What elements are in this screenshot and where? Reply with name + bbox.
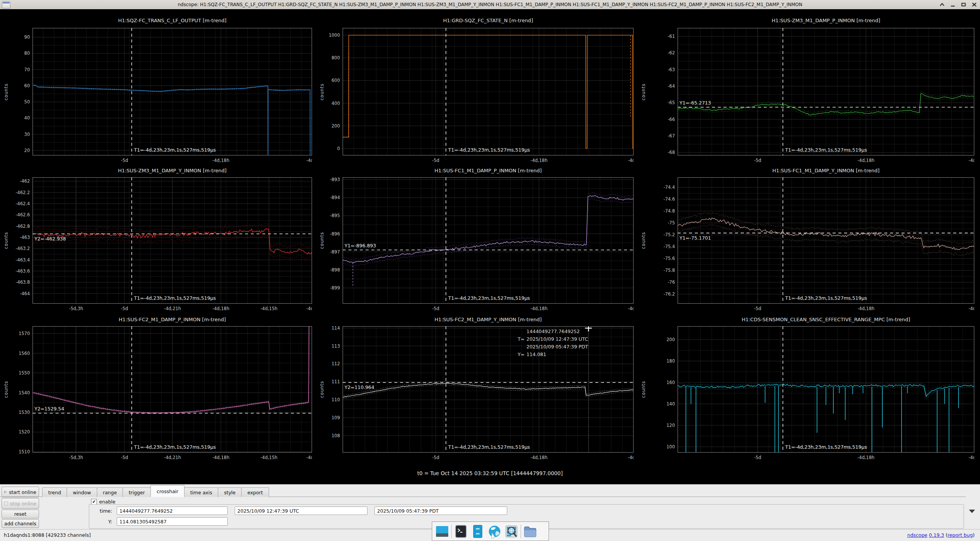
ndscope-window: ndscope: H1:SQZ-FC_TRANS_C_LF_OUTPUT H1:… [0,0,980,541]
svg-text:-5d: -5d [121,158,128,163]
svg-text:-4d,18h: -4d,18h [858,158,874,163]
plot-title-7: H1:SUS-FC2_M1_DAMP_Y_INMON [m-trend] [343,317,634,322]
time-pdt-field[interactable] [374,507,507,515]
svg-text:T1=-4d,23h,23m,1s,527ms,519µs: T1=-4d,23h,23m,1s,527ms,519µs [448,295,530,301]
svg-text:-4d,18h: -4d,18h [531,455,547,460]
svg-text:30: 30 [24,132,30,137]
svg-text:Y1=-75.1701: Y1=-75.1701 [679,235,711,241]
svg-text:1530: 1530 [19,410,30,415]
tab-trend[interactable]: trend [42,487,67,497]
svg-text:-75: -75 [668,220,675,226]
plot-canvas-0[interactable]: 9080706050403020-5d-4d,18h-4d,1T1=-4d,23… [0,28,312,165]
ndscope-link[interactable]: ndscope [907,532,928,538]
minimize-icon[interactable] [950,2,956,7]
window-icon[interactable] [434,523,450,539]
shade-window-icon[interactable] [939,2,945,7]
svg-text:-4d,18h: -4d,18h [212,158,229,163]
time-gps-field[interactable] [117,507,228,515]
time-label: time: [89,508,112,514]
svg-text:800: 800 [332,55,340,60]
version-link[interactable]: 0.19.3 [929,532,944,538]
tab-time-axis[interactable]: time axis [184,487,218,497]
svg-text:110: 110 [332,397,340,402]
svg-text:-4d,21h: -4d,21h [164,455,181,460]
tab-range[interactable]: range [97,487,123,497]
svg-text:-5d: -5d [121,306,128,311]
svg-text:-5d: -5d [432,306,439,311]
plot-canvas-1[interactable]: 10008006004002000-5d-4d,18h-4d,1T1=-4d,2… [312,28,634,165]
svg-text:90: 90 [24,34,30,40]
start-online-button[interactable]: start online [2,487,39,497]
svg-text:-899: -899 [330,285,340,291]
svg-text:-5d,3h: -5d,3h [69,306,83,311]
plot-canvas-2[interactable]: -61-62-63-64-65-66-67-68-5d-4d,18h-4d,1T… [634,28,974,165]
svg-text:-76: -76 [668,279,675,285]
svg-text:-68: -68 [668,150,675,155]
file-cabinet-icon[interactable] [470,523,485,539]
svg-text:-76.2: -76.2 [663,291,675,297]
stop-online-button[interactable]: stop online [2,498,39,509]
svg-text:114.081: 114.081 [526,351,546,357]
plot-canvas-5[interactable]: -74.4-74.6-74.8-75-75.2-75.4-75.6-75.8-7… [634,177,974,314]
svg-text:-462.4: -462.4 [16,201,30,206]
svg-text:-74.4: -74.4 [663,185,675,190]
svg-text:-61: -61 [668,34,675,39]
plot-canvas-7[interactable]: 114113112111110109108-5d-4d,18h-4d,1T1=-… [312,326,634,463]
svg-text:-4d,21h: -4d,21h [164,306,181,311]
svg-text:-74.8: -74.8 [663,208,675,214]
svg-text:T1=-4d,23h,23m,1s,527ms,519µs: T1=-4d,23h,23m,1s,527ms,519µs [785,295,867,301]
svg-text:-5d: -5d [754,306,761,311]
svg-text:T1=-4d,23h,23m,1s,527ms,519µs: T1=-4d,23h,23m,1s,527ms,519µs [785,444,867,450]
tab-trigger[interactable]: trigger [122,487,151,497]
svg-text:-4d,1: -4d,1 [306,158,312,163]
y-value-field[interactable] [117,517,228,526]
add-channels-button[interactable]: add channels [2,519,39,528]
y-label: Y: [89,519,112,525]
tab-overflow-arrow-icon[interactable] [969,510,975,513]
svg-text:T1=-4d,23h,23m,1s,527ms,519µs: T1=-4d,23h,23m,1s,527ms,519µs [134,444,216,450]
svg-text:Y2=110.964: Y2=110.964 [344,384,374,390]
web-globe-icon[interactable] [487,523,502,539]
plot-canvas-3[interactable]: -462-462.2-462.4-462.6-462.8-463-463.2-4… [0,177,312,314]
t0-label: t0 = Tue Oct 14 2025 03:32:59 UTC [14444… [0,470,980,476]
tab-style[interactable]: style [218,487,242,497]
dock-separator [451,525,452,538]
svg-text:0: 0 [337,146,340,151]
svg-text:-64: -64 [668,83,675,89]
svg-text:109: 109 [332,415,340,420]
svg-text:-75.8: -75.8 [663,268,675,273]
window-title: ndscope: H1:SQZ-FC_TRANS_C_LF_OUTPUT H1:… [0,2,980,7]
svg-text:1510: 1510 [19,449,30,454]
terminal-icon[interactable] [453,523,469,539]
svg-text:180: 180 [666,358,675,364]
reset-button[interactable]: reset [2,510,39,518]
plot-title-0: H1:SQZ-FC_TRANS_C_LF_OUTPUT [m-trend] [33,18,312,23]
svg-text:-4d,1: -4d,1 [628,158,634,163]
svg-text:160: 160 [666,380,675,385]
plot-canvas-8[interactable]: 200180160140120100-5d-4d,18h-4d,1T1=-4d,… [634,326,974,463]
svg-text:-4d,18h: -4d,18h [858,306,874,311]
taskbar-dock [432,521,549,541]
enable-checkbox[interactable]: ✔ [91,499,97,505]
plot-canvas-6[interactable]: 1570156015501540153015201510-5d,3h-5d-4d… [0,326,312,463]
svg-text:T1=-4d,23h,23m,1s,527ms,519µs: T1=-4d,23h,23m,1s,527ms,519µs [448,444,530,450]
svg-text:T=: T= [517,336,524,342]
svg-text:-894: -894 [330,195,340,200]
tab-window[interactable]: window [67,487,97,497]
svg-text:-462.2: -462.2 [16,190,30,195]
tab-export[interactable]: export [241,487,269,497]
plot-canvas-4[interactable]: -893-894-895-896-897-898-899-5d-4d,18h-4… [312,177,634,314]
close-icon[interactable] [972,2,977,7]
tab-crosshair[interactable]: crosshair [150,485,185,497]
svg-text:120: 120 [666,423,675,428]
svg-text:-4d,15h: -4d,15h [260,455,277,460]
svg-text:1550: 1550 [19,370,30,376]
svg-text:40: 40 [24,115,30,121]
svg-text:2025/10/09 12:47:39 UTC: 2025/10/09 12:47:39 UTC [526,336,588,342]
report-bug-link[interactable]: report bug [947,532,973,538]
svg-text:70: 70 [24,67,30,72]
folder-icon[interactable] [523,523,538,539]
maximize-icon[interactable] [961,2,966,7]
time-utc-field[interactable] [235,507,368,515]
search-windows-icon[interactable] [504,523,519,539]
